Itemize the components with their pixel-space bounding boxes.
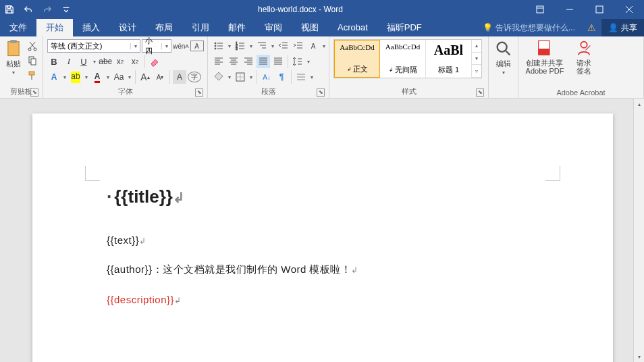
create-pdf-label: 创建并共享 Adobe PDF <box>526 59 564 75</box>
create-share-pdf-button[interactable]: 创建并共享 Adobe PDF <box>522 39 567 75</box>
styles-gallery-more[interactable]: ▴▾▿ <box>472 40 481 78</box>
tab-file[interactable]: 文件 <box>0 19 36 36</box>
search-icon <box>494 39 513 58</box>
format-painter-button[interactable] <box>26 69 39 82</box>
snap-to-grid-button[interactable] <box>294 70 308 84</box>
enclose-char-button[interactable]: 字 <box>188 72 201 82</box>
request-signature-button[interactable]: 请求 签名 <box>570 39 598 75</box>
svg-point-19 <box>581 42 587 48</box>
font-group-label: 字体 <box>118 87 133 95</box>
underline-button[interactable]: U <box>77 55 90 68</box>
tab-design[interactable]: 设计 <box>109 19 146 36</box>
svg-rect-0 <box>537 6 543 13</box>
styles-dialog-launcher[interactable]: ⬊ <box>476 88 484 97</box>
tab-mailings[interactable]: 邮件 <box>219 19 255 36</box>
align-left-button[interactable] <box>212 55 225 68</box>
doc-title-text: {{title}} <box>114 186 173 207</box>
close-button[interactable] <box>614 0 644 19</box>
tab-home[interactable]: 开始 <box>36 19 73 36</box>
svg-rect-8 <box>29 72 34 75</box>
svg-point-16 <box>497 43 506 52</box>
borders-button[interactable] <box>234 70 247 84</box>
tell-me-search[interactable]: 💡 告诉我您想要做什么... <box>476 22 582 34</box>
subscript-button[interactable]: x2 <box>113 55 127 68</box>
align-right-button[interactable] <box>242 55 255 68</box>
svg-rect-18 <box>539 49 549 55</box>
scroll-up-button[interactable]: ▴ <box>634 99 644 109</box>
italic-button[interactable]: I <box>62 55 76 68</box>
tab-insert[interactable]: 插入 <box>73 19 109 36</box>
font-name-value: 等线 (西文正文) <box>48 41 130 51</box>
tab-foxit[interactable]: 福昕PDF <box>377 19 431 36</box>
adobe-group-label: Adobe Acrobat <box>556 88 605 97</box>
font-dialog-launcher[interactable]: ⬊ <box>195 88 203 97</box>
font-color-button[interactable]: A <box>90 70 104 84</box>
tab-references[interactable]: 引用 <box>182 19 219 36</box>
style-preview: AaBbCcDd <box>340 43 374 51</box>
change-case-button[interactable]: Aa <box>112 70 126 84</box>
svg-rect-1 <box>596 6 603 13</box>
paragraph-dialog-launcher[interactable]: ⬊ <box>317 88 325 97</box>
grow-font-button[interactable]: A▴ <box>138 70 152 84</box>
align-center-button[interactable] <box>227 55 240 68</box>
clipboard-dialog-launcher[interactable]: ⬊ <box>30 88 38 97</box>
editing-button[interactable]: 编辑 ▾ <box>493 39 514 76</box>
align-distribute-button[interactable] <box>271 55 285 68</box>
save-button[interactable] <box>0 0 19 19</box>
eraser-button[interactable] <box>148 55 161 68</box>
svg-rect-2 <box>8 42 19 56</box>
style-no-spacing[interactable]: AaBbCcDd ↲无间隔 <box>380 40 426 78</box>
highlight-button[interactable]: ab <box>69 70 82 84</box>
char-border-button[interactable]: A <box>190 41 204 51</box>
maximize-button[interactable] <box>585 0 614 19</box>
asian-layout-button[interactable]: A <box>306 39 320 53</box>
share-button[interactable]: 👤 共享 <box>601 19 644 36</box>
minimize-button[interactable] <box>555 0 585 19</box>
strikethrough-button[interactable]: abc <box>99 55 112 68</box>
vertical-scrollbar[interactable]: ▴ ▾ <box>633 99 644 362</box>
tab-acrobat[interactable]: Acrobat <box>328 19 377 36</box>
font-name-combo[interactable]: 等线 (西文正文)▾ <box>47 39 140 53</box>
phonetic-guide-button[interactable]: wénA <box>173 39 189 53</box>
font-size-combo[interactable]: 小四▾ <box>142 39 171 53</box>
margin-corner <box>85 166 100 181</box>
styles-gallery[interactable]: AaBbCcDd ↲正文 AaBbCcDd ↲无间隔 AaBl 标题 1 ▴▾▿ <box>333 39 482 78</box>
style-normal[interactable]: AaBbCcDd ↲正文 <box>334 40 380 78</box>
shading-button[interactable] <box>212 70 225 84</box>
align-justify-button[interactable] <box>257 55 270 68</box>
line-spacing-button[interactable] <box>291 55 304 68</box>
text-effects-button[interactable]: A <box>47 70 61 84</box>
ribbon-display-options[interactable] <box>525 0 555 19</box>
bold-button[interactable]: B <box>47 55 61 68</box>
show-marks-button[interactable]: ¶ <box>275 70 288 84</box>
decrease-indent-button[interactable] <box>277 39 290 53</box>
shrink-font-button[interactable]: A▾ <box>153 70 167 84</box>
copy-button[interactable] <box>26 54 39 68</box>
undo-button[interactable] <box>19 0 38 19</box>
tell-me-placeholder: 告诉我您想要做什么... <box>495 22 575 34</box>
increase-indent-button[interactable] <box>292 39 305 53</box>
warning-icon[interactable]: ⚠ <box>582 22 601 33</box>
scroll-down-button[interactable]: ▾ <box>634 351 644 362</box>
bulb-icon: 💡 <box>483 23 493 32</box>
redo-button[interactable] <box>38 0 57 19</box>
tab-view[interactable]: 视图 <box>292 19 328 36</box>
bullets-button[interactable] <box>212 39 225 53</box>
qat-customize[interactable] <box>57 0 76 19</box>
char-shading-button[interactable]: A <box>173 70 186 84</box>
superscript-button[interactable]: x2 <box>128 55 142 68</box>
style-heading-1[interactable]: AaBl 标题 1 <box>426 40 472 78</box>
tab-layout[interactable]: 布局 <box>146 19 182 36</box>
cut-button[interactable] <box>26 39 39 53</box>
document-page[interactable]: ·{{title}}↲ {{text}}↲ {{author}}：这个文档就是我… <box>32 113 613 362</box>
style-name-label: 正文 <box>353 64 368 74</box>
multilevel-list-button[interactable] <box>255 39 269 53</box>
numbering-button[interactable]: 123 <box>234 39 247 53</box>
paste-button[interactable]: 粘贴 ▾ <box>4 39 23 76</box>
margin-corner <box>545 166 560 181</box>
pdf-icon <box>535 39 554 58</box>
doc-description-line: {{description}} <box>107 294 174 305</box>
sort-button[interactable]: A↓ <box>260 70 273 84</box>
tab-review[interactable]: 审阅 <box>255 19 292 36</box>
svg-point-9 <box>215 43 216 44</box>
